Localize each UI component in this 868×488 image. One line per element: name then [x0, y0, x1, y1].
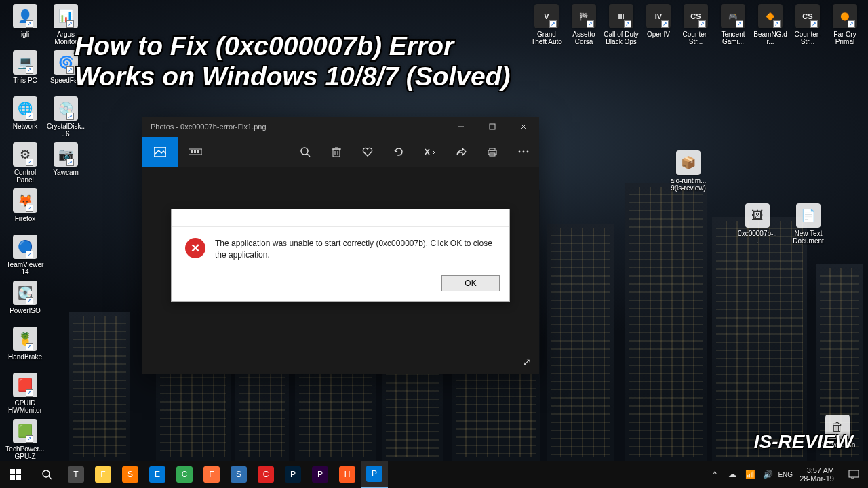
tray-volume-icon[interactable]: 🔊 [759, 461, 776, 488]
tray-chevron-icon[interactable]: ^ [706, 461, 724, 488]
shortcut-arrow-icon: ↗ [698, 20, 706, 28]
icon-label: Network [5, 123, 45, 130]
filmstrip-tab[interactable] [178, 137, 213, 167]
share-icon[interactable] [446, 137, 477, 167]
desktop-icon[interactable]: 🖼0xc00007b-... [738, 203, 777, 245]
clock-time: 3:57 AM [800, 466, 834, 474]
desktop-icon[interactable]: 📄New Text Document [789, 203, 828, 245]
desktop-icon[interactable]: 🌐↗Network [5, 96, 45, 130]
more-icon[interactable] [508, 137, 539, 167]
taskbar-app[interactable]: H [334, 461, 361, 488]
svg-rect-19 [490, 148, 495, 150]
maximize-button[interactable] [477, 117, 508, 137]
taskbar-app[interactable]: C [171, 461, 198, 488]
taskbar-app[interactable]: S [117, 461, 144, 488]
close-button[interactable] [508, 117, 539, 137]
icon-label: PowerISO [5, 307, 45, 314]
taskbar-app[interactable]: T [62, 461, 90, 488]
desktop-icon[interactable]: 🟥↗CPUID HWMonitor [5, 373, 45, 414]
taskbar-app-icon: F [95, 466, 111, 483]
taskbar-app-icon: S [231, 466, 247, 483]
shortcut-arrow-icon: ↗ [26, 113, 33, 120]
taskbar-app[interactable]: S [225, 461, 252, 488]
desktop-icon[interactable]: 🦊↗Firefox [5, 188, 45, 222]
tray-network-icon[interactable]: 📶 [741, 461, 759, 488]
photos-toolbar [142, 137, 539, 167]
svg-rect-25 [16, 469, 21, 474]
taskbar-app-icon: P [312, 466, 328, 483]
svg-rect-30 [849, 470, 859, 477]
dialog-titlebar[interactable] [172, 209, 509, 227]
minimize-button[interactable] [446, 117, 477, 137]
desktop-icon[interactable]: 💽↗PowerISO [5, 281, 45, 314]
shortcut-arrow-icon: ↗ [624, 20, 631, 28]
shortcut-arrow-icon: ↗ [587, 20, 594, 28]
shortcut-arrow-icon: ↗ [773, 20, 781, 28]
taskbar-app[interactable]: E [144, 461, 171, 488]
svg-rect-26 [10, 475, 15, 480]
photos-canvas: ✕ The application was unable to start co… [142, 167, 539, 374]
delete-icon[interactable] [321, 137, 352, 167]
svg-line-29 [49, 476, 52, 479]
desktop-icon[interactable]: 📷↗Yawcam [46, 142, 85, 176]
app-icon: 🟥 [13, 373, 37, 397]
taskbar-app-icon: C [176, 466, 193, 483]
app-icon: 🍍 [13, 327, 37, 351]
ok-button[interactable]: OK [441, 275, 500, 291]
taskbar-app[interactable]: P [307, 461, 334, 488]
desktop-icon[interactable]: 📦aio-runtim... 9(is-review) [669, 150, 708, 192]
taskbar-app-icon: E [149, 466, 165, 483]
shortcut-arrow-icon: ↗ [848, 20, 855, 28]
shortcut-arrow-icon: ↗ [26, 297, 33, 304]
system-tray[interactable]: ^ ☁ 📶 🔊 ENG 3:57 AM 28-Mar-19 [706, 461, 868, 488]
app-icon: 💿 [54, 96, 78, 121]
icon-label: Firefox [5, 215, 45, 222]
taskbar-app[interactable]: P [279, 461, 307, 488]
print-icon[interactable] [477, 137, 508, 167]
tray-onedrive-icon[interactable]: ☁ [724, 461, 741, 488]
start-button[interactable] [0, 461, 31, 488]
shortcut-arrow-icon: ↗ [661, 20, 669, 28]
taskbar[interactable]: TFSECFSCPPHP ^ ☁ 📶 🔊 ENG 3:57 AM 28-Mar-… [0, 461, 868, 488]
tray-language-icon[interactable]: ENG [776, 461, 794, 488]
desktop-icon[interactable]: 🍍↗HandBrake [5, 327, 45, 361]
shortcut-arrow-icon: ↗ [26, 389, 33, 396]
shortcut-arrow-icon: ↗ [549, 20, 557, 28]
action-center-icon[interactable] [840, 461, 868, 488]
title-line-1: How to Fix (0xc000007b) Error [75, 31, 841, 62]
desktop-icon[interactable]: ⚙↗Control Panel [5, 142, 45, 184]
edit-icon[interactable] [414, 137, 446, 167]
desktop-icon[interactable]: 💿↗CrystalDisk... 6 [46, 96, 85, 138]
app-icon: 💻 [13, 50, 37, 75]
resize-handle-icon[interactable]: ⤢ [523, 357, 531, 367]
shortcut-arrow-icon: ↗ [66, 20, 74, 28]
desktop-icon[interactable]: 🔵↗TeamViewer 14 [5, 235, 45, 276]
taskbar-clock[interactable]: 3:57 AM 28-Mar-19 [794, 466, 840, 483]
shortcut-arrow-icon: ↗ [810, 20, 818, 28]
desktop-icon[interactable]: 👤↗igli [5, 4, 45, 38]
svg-line-10 [307, 154, 310, 157]
app-icon: 📊 [54, 4, 78, 28]
svg-rect-24 [10, 469, 15, 474]
app-icon: 🖼 [745, 203, 770, 228]
photos-window[interactable]: Photos - 0xc00007b-error-Fix1.png [142, 117, 539, 374]
favorite-icon[interactable] [352, 137, 383, 167]
taskbar-app-icon: T [68, 466, 84, 483]
taskbar-app-icon: P [285, 466, 301, 483]
taskbar-app[interactable]: F [90, 461, 117, 488]
taskbar-app[interactable]: C [252, 461, 279, 488]
search-button[interactable] [31, 461, 62, 488]
app-icon: 👤 [13, 4, 37, 28]
desktop-icon[interactable]: 🟩↗TechPower... GPU-Z [5, 419, 45, 460]
rotate-icon[interactable] [383, 137, 414, 167]
zoom-icon[interactable] [290, 137, 321, 167]
taskbar-app[interactable]: P [361, 461, 388, 488]
shortcut-arrow-icon: ↗ [66, 159, 74, 166]
video-title-overlay: How to Fix (0xc000007b) Error Works on W… [75, 31, 841, 92]
app-icon: 🟩 [13, 419, 37, 443]
taskbar-app[interactable]: F [198, 461, 225, 488]
collection-tab[interactable] [142, 137, 178, 167]
icon-label: 0xc00007b-... [738, 230, 777, 245]
desktop-icon[interactable]: 💻↗This PC [5, 50, 45, 84]
photos-titlebar[interactable]: Photos - 0xc00007b-error-Fix1.png [142, 117, 539, 137]
